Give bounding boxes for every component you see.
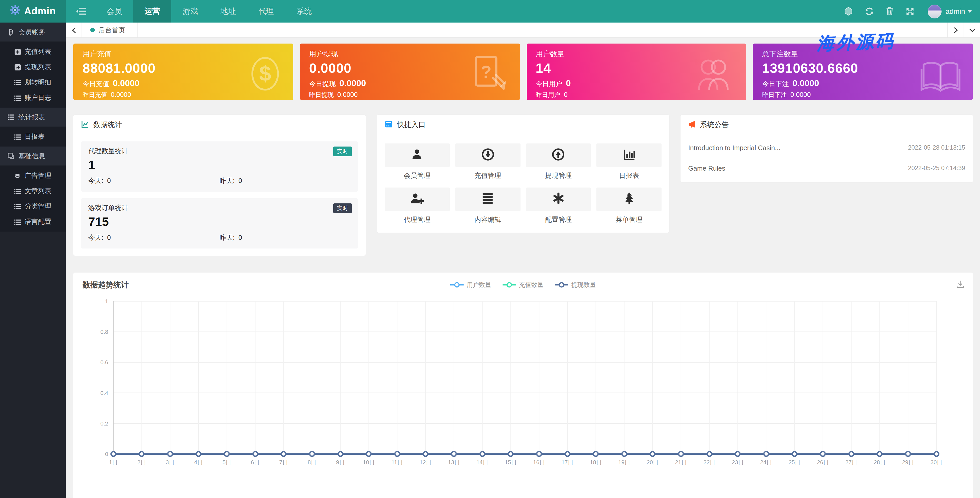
stats-block-1: 代理数量统计实时1今天: 0昨天: 0 [81,141,358,192]
list-icon [14,95,21,101]
brand-logo[interactable]: Admin [0,0,66,22]
sidebar-item-提现列表[interactable]: 提现列表 [0,59,66,75]
svg-text:16日: 16日 [533,459,545,465]
panel-title: 快捷入口 [397,120,426,129]
svg-text:24日: 24日 [760,459,772,465]
quick-entry-提现管理[interactable]: 提现管理 [526,143,591,180]
svg-text:15日: 15日 [504,459,516,465]
gear-icon [10,5,21,18]
watermark: 海外源码 [816,29,895,56]
chart-title: 数据趋势统计 [83,280,129,290]
sidebar-group-3[interactable]: 基础信息 [0,146,66,166]
svg-text:19日: 19日 [618,459,630,465]
dashboard-content: 用户充值88081.0000今日充值0.0000昨日充值0.0000$用户提现0… [66,38,980,498]
nav-item-6[interactable]: 系统 [285,0,323,22]
nav-item-3[interactable]: 游戏 [171,0,209,22]
announcement-row[interactable]: Introduction to Imperial Casin...2022-05… [688,137,965,158]
navbar-left: 会员运营游戏地址代理系统 [66,0,323,22]
nav-item-4[interactable]: 地址 [209,0,247,22]
sidebar-toggle-icon[interactable] [66,0,95,22]
user-plus-icon [410,192,424,207]
legend-label: 充值数量 [519,281,544,289]
data-stats-panel: 数据统计 代理数量统计实时1今天: 0昨天: 0游戏订单统计实时715今天: 0… [73,115,366,256]
legend-marker-icon [555,282,568,288]
legend-marker-icon [450,282,464,288]
expand-icon[interactable] [900,0,921,22]
sidebar-item-日报表[interactable]: 日报表 [0,129,66,144]
sidebar-item-账户日志[interactable]: 账户日志 [0,90,66,106]
svg-text:0: 0 [105,451,108,457]
stats-block-title: 代理数量统计 [88,146,351,156]
stats-block-bottom: 今天: 0昨天: 0 [88,233,351,242]
tab-label: 后台首页 [99,25,125,35]
tab-home[interactable]: 后台首页 [82,22,138,37]
megaphone-icon [688,120,696,129]
sidebar-group-items: 广告管理文章列表分类管理语言配置 [0,166,66,232]
plus-square-icon [14,48,21,55]
sidebar-item-label: 日报表 [25,132,45,141]
sidebar-item-label: 文章列表 [25,187,51,196]
nav-item-5[interactable]: 代理 [247,0,285,22]
quick-entry-日报表[interactable]: 日报表 [597,143,662,180]
sidebar-item-划转明细[interactable]: 划转明细 [0,75,66,90]
nav-item-2[interactable]: 运营 [133,0,171,22]
sidebar-item-充值列表[interactable]: 充值列表 [0,44,66,59]
download-chart-icon[interactable] [956,280,965,290]
svg-text:20日: 20日 [647,459,659,465]
svg-text:27日: 27日 [845,459,857,465]
sidebar-item-文章列表[interactable]: 文章列表 [0,183,66,199]
book-icon [920,60,961,96]
quick-entry-label: 提现管理 [526,171,591,180]
trash-icon[interactable] [880,0,900,22]
quick-entry-代理管理[interactable]: 代理管理 [385,187,450,224]
svg-text:0.2: 0.2 [100,420,108,427]
sidebar-item-语言配置[interactable]: 语言配置 [0,214,66,230]
announcement-row[interactable]: Game Rules2022-05-25 07:14:39 [688,158,965,178]
legend-marker-icon [503,282,516,288]
nav-item-1[interactable]: 会员 [95,0,133,22]
announcements-panel: 系统公告 Introduction to Imperial Casin...20… [681,115,973,182]
panel-title: 系统公告 [700,120,729,129]
lines-icon [481,192,494,206]
user-avatar[interactable] [928,4,942,18]
stats-block-value: 1 [88,158,351,172]
legend-item-用户数量[interactable]: 用户数量 [450,281,491,289]
list-icon [14,188,21,194]
quick-entry-菜单管理[interactable]: 菜单管理 [597,187,662,224]
list-icon [14,219,21,225]
tabs-menu-icon[interactable] [964,22,980,37]
sidebar-group-label: 统计报表 [19,113,45,122]
quick-entry-label: 代理管理 [385,215,450,224]
refresh-icon[interactable] [859,0,880,22]
sidebar-group-2[interactable]: 统计报表 [0,108,66,127]
legend-item-充值数量[interactable]: 充值数量 [503,281,544,289]
legend-item-提现数量[interactable]: 提现数量 [555,281,596,289]
sidebar-group-items: 充值列表提现列表划转明细账户日志 [0,42,66,108]
svg-text:26日: 26日 [817,459,829,465]
svg-text:25日: 25日 [789,459,800,465]
main-menu: 会员运营游戏地址代理系统 [95,0,323,22]
sidebar-group-1[interactable]: 会员账务 [0,22,66,42]
quick-entry-配置管理[interactable]: 配置管理 [526,187,591,224]
svg-text:6日: 6日 [251,459,259,465]
tabs-scroll-left-icon[interactable] [66,22,82,37]
tabs-scroll-right-icon[interactable] [947,22,964,37]
quick-entry-会员管理[interactable]: 会员管理 [385,143,450,180]
chart-legend: 用户数量充值数量提现数量 [73,273,973,297]
stats-block-value: 715 [88,215,351,229]
svg-text:0.8: 0.8 [100,329,108,335]
sidebar-item-分类管理[interactable]: 分类管理 [0,199,66,214]
hexagon-icon[interactable] [838,0,859,22]
quick-entry-内容编辑[interactable]: 内容编辑 [455,187,520,224]
sidebar: 会员账务充值列表提现列表划转明细账户日志统计报表日报表基础信息广告管理文章列表分… [0,22,66,498]
announcement-title: Introduction to Imperial Casin... [688,144,781,151]
stat-card-2: 用户提现0.0000今日提现0.0000昨日提现0.0000? [300,44,520,100]
sidebar-item-广告管理[interactable]: 广告管理 [0,168,66,183]
quick-entry-充值管理[interactable]: 充值管理 [455,143,520,180]
user-dropdown[interactable]: admin [946,7,975,15]
caret-down-icon [968,10,972,13]
svg-text:1: 1 [105,298,108,305]
dollar-coin-icon: $ [248,54,282,96]
realtime-badge: 实时 [333,146,352,156]
realtime-badge: 实时 [333,203,352,213]
